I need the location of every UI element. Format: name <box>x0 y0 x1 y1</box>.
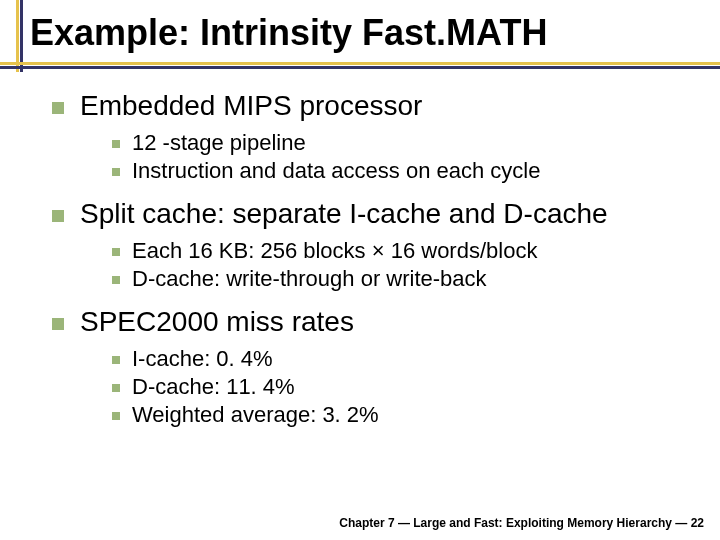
bullet-list-level2: 12 -stage pipeline Instruction and data … <box>112 130 700 184</box>
list-item: SPEC2000 miss rates I-cache: 0. 4% D-cac… <box>52 306 700 428</box>
bullet-text: D-cache: write-through or write-back <box>132 266 487 292</box>
square-bullet-icon <box>112 248 120 256</box>
square-bullet-icon <box>112 384 120 392</box>
list-item: Weighted average: 3. 2% <box>112 402 700 428</box>
list-item: Each 16 KB: 256 blocks × 16 words/block <box>112 238 700 264</box>
list-item: 12 -stage pipeline <box>112 130 700 156</box>
slide-body: Embedded MIPS processor 12 -stage pipeli… <box>0 72 720 428</box>
page-title: Example: Intrinsity Fast.MATH <box>30 12 547 54</box>
square-bullet-icon <box>52 102 64 114</box>
bullet-text: 12 -stage pipeline <box>132 130 306 156</box>
bullet-text: Weighted average: 3. 2% <box>132 402 379 428</box>
list-item: Split cache: separate I-cache and D-cach… <box>52 198 700 292</box>
square-bullet-icon <box>112 168 120 176</box>
bullet-text: Embedded MIPS processor <box>80 90 422 122</box>
bullet-text: Each 16 KB: 256 blocks × 16 words/block <box>132 238 537 264</box>
bullet-list-level2: Each 16 KB: 256 blocks × 16 words/block … <box>112 238 700 292</box>
square-bullet-icon <box>112 412 120 420</box>
header-rule-horizontal-blue <box>0 66 720 69</box>
list-item: D-cache: 11. 4% <box>112 374 700 400</box>
square-bullet-icon <box>52 210 64 222</box>
bullet-list-level1: Embedded MIPS processor 12 -stage pipeli… <box>52 90 700 428</box>
bullet-list-level2: I-cache: 0. 4% D-cache: 11. 4% Weighted … <box>112 346 700 428</box>
square-bullet-icon <box>112 276 120 284</box>
slide-footer: Chapter 7 — Large and Fast: Exploiting M… <box>339 516 704 530</box>
list-item: Instruction and data access on each cycl… <box>112 158 700 184</box>
bullet-text: Split cache: separate I-cache and D-cach… <box>80 198 608 230</box>
bullet-text: I-cache: 0. 4% <box>132 346 273 372</box>
square-bullet-icon <box>52 318 64 330</box>
list-item: Embedded MIPS processor 12 -stage pipeli… <box>52 90 700 184</box>
bullet-text: Instruction and data access on each cycl… <box>132 158 540 184</box>
list-item: I-cache: 0. 4% <box>112 346 700 372</box>
square-bullet-icon <box>112 140 120 148</box>
bullet-text: SPEC2000 miss rates <box>80 306 354 338</box>
slide-header: Example: Intrinsity Fast.MATH <box>0 0 720 72</box>
list-item: D-cache: write-through or write-back <box>112 266 700 292</box>
square-bullet-icon <box>112 356 120 364</box>
bullet-text: D-cache: 11. 4% <box>132 374 295 400</box>
header-rule-horizontal-yellow <box>0 62 720 65</box>
